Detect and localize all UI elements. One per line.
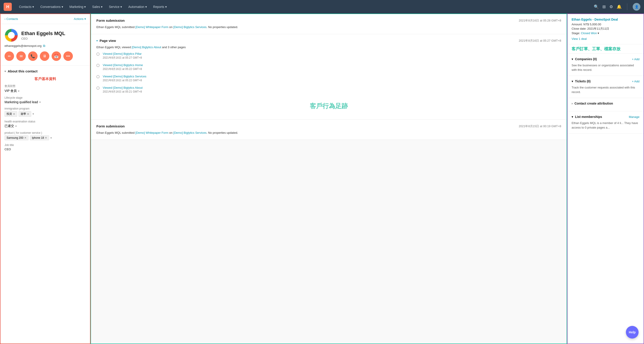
lifecycle-dropdown-icon[interactable]: ▾ [39, 101, 41, 104]
field-label-member-status: 會員狀態 [4, 84, 86, 88]
body-prefix-3: Ethan Eggels MQL submitted [96, 131, 135, 134]
about-section-header[interactable]: ▾ About this contact [4, 69, 86, 73]
member-status-dropdown-icon[interactable]: ▾ [18, 90, 20, 92]
nav-automation[interactable]: Automation [126, 4, 150, 10]
form-link-3[interactable]: [Demo] Whitepaper Form [135, 131, 168, 134]
timeline-item-3: Viewed [Demo] Biglytics Services 2021年8月… [96, 75, 561, 82]
settings-icon[interactable]: ⚙ [610, 4, 613, 9]
companies-header[interactable]: ▾ Companies (0) + Add [572, 57, 640, 61]
product-tags-dropdown-icon[interactable]: ▾ [50, 136, 52, 140]
nav-conversations[interactable]: Conversations [38, 4, 66, 10]
immigration-tags-dropdown-icon[interactable]: ▾ [32, 112, 34, 116]
hubspot-logo[interactable]: H [4, 3, 12, 11]
page-view-timeline: Viewed [Demo] Biglytics Pillar 2021年8月16… [96, 52, 561, 94]
pv-link[interactable]: [Demo] Biglytics About [132, 46, 161, 49]
companies-section: ▾ Companies (0) + Add See the businesses… [568, 54, 644, 76]
tickets-section: ▾ Tickets (0) + Add Track the customer r… [568, 76, 644, 98]
notifications-icon[interactable]: 🔔 [616, 4, 622, 9]
deal-title[interactable]: Ethan Eggels - DemoSpot Deal [572, 18, 640, 21]
help-bubble[interactable]: Help [626, 326, 638, 338]
activity-body-1: Ethan Eggels MQL submitted [Demo] Whitep… [96, 25, 561, 30]
marketplace-icon[interactable]: ⊞ [602, 4, 606, 9]
tickets-header[interactable]: ▾ Tickets (0) + Add [572, 80, 640, 83]
timeline-time-2: 2021年8月16日 at 05:22 GMT+8 [103, 67, 143, 71]
actions-button[interactable]: Actions ▾ [74, 17, 86, 20]
list-memberships-header[interactable]: ▾ List memberships Manage [572, 115, 640, 118]
tickets-add-link[interactable]: + Add [632, 80, 640, 83]
companies-add-link[interactable]: + Add [632, 58, 640, 61]
email-action[interactable]: ✉ [16, 51, 26, 61]
deal-amount: Amount: NT$ 5,000.00 [572, 23, 640, 26]
page-view-expand-icon: ▾ [96, 39, 98, 42]
calendar-action[interactable]: 📅 [52, 51, 61, 61]
main-layout: ‹ Contacts Actions ▾ Ethan Eggels MQL CE… [0, 14, 644, 344]
companies-chevron-icon: ▾ [572, 57, 573, 61]
back-to-contacts[interactable]: ‹ Contacts [4, 17, 18, 20]
timeline-link-1[interactable]: Viewed [Demo] Biglytics Pillar [103, 52, 142, 56]
timeline-dot-4 [96, 86, 100, 90]
call-action[interactable]: 📞 [28, 51, 38, 61]
remove-iphone-tag[interactable]: ✕ [45, 136, 47, 140]
view-deal-link[interactable]: View 1 deal [572, 37, 640, 40]
activity-header-3: Form submission 2021年8月15日 at 00:19 GMT+… [96, 124, 561, 128]
contact-detail-panel: ‹ Contacts Actions ▾ Ethan Eggels MQL CE… [0, 14, 90, 344]
field-health: health examination status 已遞交 ▾ [4, 120, 86, 128]
timeline-item-2: Viewed [Demo] Biglytics Home 2021年8月16日 … [96, 63, 561, 71]
activity-body-3: Ethan Eggels MQL submitted [Demo] Whitep… [96, 130, 561, 135]
timeline-item-1: Viewed [Demo] Biglytics Pillar 2021年8月16… [96, 52, 561, 60]
list-memberships-section: ▾ List memberships Manage Ethan Eggels M… [568, 111, 644, 134]
service-link-1[interactable]: [Demo] Biglytics Services [173, 25, 206, 29]
remove-study-tag[interactable]: ✕ [27, 112, 29, 116]
deal-stage-name[interactable]: Closed Won [581, 32, 597, 35]
attribution-header[interactable]: › Contact create attribution [572, 102, 640, 105]
service-link-3[interactable]: [Demo] Biglytics Services [173, 131, 206, 134]
contact-avatar-row: Ethan Eggels MQL CEO [4, 28, 86, 42]
more-actions[interactable]: ••• [63, 51, 73, 61]
attribution-title-row: › Contact create attribution [572, 102, 613, 105]
health-dropdown-icon[interactable]: ▾ [16, 125, 17, 128]
remove-investment-tag[interactable]: ✕ [13, 112, 15, 116]
activity-feed: Form submission 2021年8月16日 at 05:28 GMT+… [90, 14, 567, 344]
body-suffix-3: . No properties updated. [206, 131, 238, 134]
timeline-dot-2 [96, 64, 100, 67]
nav-reports[interactable]: Reports [150, 4, 170, 10]
pv-body-prefix: Ethan Eggels MQL viewed [96, 46, 132, 49]
nav-items: Contacts Conversations Marketing Sales S… [16, 4, 594, 10]
nav-sales[interactable]: Sales [90, 4, 105, 10]
page-view-body: Ethan Eggels MQL viewed [Demo] Biglytics… [96, 45, 561, 50]
form-link-1[interactable]: [Demo] Whitepaper Form [135, 25, 168, 29]
user-avatar[interactable]: 👤 [633, 3, 640, 11]
timeline-content-1: Viewed [Demo] Biglytics Pillar 2021年8月16… [103, 52, 142, 60]
search-icon[interactable]: 🔍 [594, 4, 599, 9]
deal-stage-dropdown-icon[interactable]: ▾ [598, 32, 599, 35]
deal-stage-label: Stage: [572, 32, 580, 35]
list-memberships-chevron-icon: ▾ [572, 115, 573, 118]
tag-iphone: Iphone 18 ✕ [30, 135, 49, 140]
form-submission-card-2: Form submission 2021年8月15日 at 00:19 GMT+… [91, 120, 566, 140]
contact-name-group: Ethan Eggels MQL CEO [21, 30, 65, 40]
remove-samsung-tag[interactable]: ✕ [24, 136, 26, 140]
nav-contacts[interactable]: Contacts [16, 4, 37, 10]
back-arrow: ‹ [4, 17, 6, 20]
timeline-time-1: 2021年8月16日 at 05:27 GMT+8 [103, 56, 142, 60]
copy-email-icon[interactable]: ⧉ [43, 44, 45, 48]
timeline-link-3[interactable]: Viewed [Demo] Biglytics Services [103, 75, 146, 78]
nav-service[interactable]: Service [106, 4, 125, 10]
timeline-link-2[interactable]: Viewed [Demo] Biglytics Home [103, 63, 143, 67]
field-label-health: health examination status [4, 120, 86, 123]
edit-action[interactable]: ✏ [4, 51, 14, 61]
contact-avatar [4, 28, 18, 42]
nav-marketing[interactable]: Marketing [67, 4, 88, 10]
panel-header: ‹ Contacts Actions ▾ [0, 14, 90, 24]
meeting-action[interactable]: 🖥 [40, 51, 49, 61]
actions-label: Actions [74, 17, 84, 20]
red-annotation: 客戶基本資料 [34, 77, 56, 81]
field-lifecycle: Lifecycle stage Marketing qualified lead… [4, 96, 86, 104]
contact-name: Ethan Eggels MQL [21, 30, 65, 36]
timeline-link-4[interactable]: Viewed [Demo] Biglytics About [103, 86, 142, 90]
list-memberships-manage-link[interactable]: Manage [629, 115, 640, 118]
field-job-title: Job title CEO [4, 144, 86, 151]
tickets-title-row: ▾ Tickets (0) [572, 80, 590, 83]
page-view-header[interactable]: ▾ Page view 2021年8月16日 at 05:27 GMT+8 [96, 39, 561, 43]
companies-title: Companies (0) [575, 57, 597, 61]
